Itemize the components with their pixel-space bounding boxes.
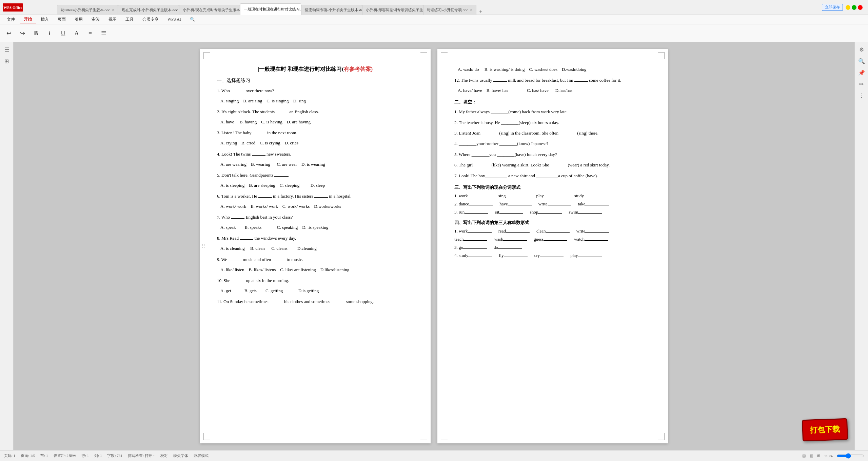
align-center-icon: ☰ (101, 30, 106, 36)
section3-title: 三、写出下列动词的现在分词形式 (454, 184, 651, 191)
q9: 9. We music and often to music. (217, 256, 414, 263)
ribbon-tab-vip[interactable]: 会员专享 (138, 16, 163, 23)
q11-options: A. wash/ do B. is washing/ is doing C. w… (454, 66, 651, 73)
status-row: 行: 1 (81, 453, 89, 458)
r-corner-br (658, 433, 665, 440)
ribbon-tab-start[interactable]: 开始 (20, 16, 36, 23)
ribbon-tab-ref[interactable]: 引用 (71, 16, 87, 23)
status-proofread[interactable]: 校对 (160, 453, 168, 458)
corner-tr (420, 52, 427, 59)
section4-title: 四、写出下列动词的第三人称单数形式 (454, 220, 651, 226)
page-drag-handle: ⠿ (201, 243, 205, 249)
q12-options: A. have/ have B. have/ has C. has/ have … (454, 87, 651, 94)
tab-4[interactable]: 一般现在时和现在进行时对比练习.doc ✕ (240, 3, 301, 15)
participle-study: study (574, 193, 608, 199)
third-row3: 3. go do (454, 245, 651, 250)
tab-7-close[interactable]: ✕ (470, 8, 473, 12)
sidebar-right-3[interactable]: 📌 (857, 68, 866, 77)
view-normal-icon[interactable]: ▤ (802, 454, 806, 458)
bold-button[interactable]: B (30, 29, 42, 37)
sidebar-right-1[interactable]: ⚙ (857, 45, 866, 54)
undo-icon: ↩ (6, 30, 12, 36)
third-read: read (498, 228, 530, 234)
ribbon-tab-page[interactable]: 页面 (54, 16, 70, 23)
q6: 6. Tom is a worker. He in a factory. His… (217, 193, 414, 200)
minimize-button[interactable] (846, 5, 850, 10)
fill-q3: 3. Listen! Joan ________(sing) in the cl… (454, 129, 651, 137)
tab-7[interactable]: 对话练习-小升初专项.doc ✕ (423, 5, 476, 15)
italic-button[interactable]: I (43, 29, 56, 37)
write-label: write (538, 201, 548, 206)
sidebar-thumbnail-icon[interactable]: ⊞ (2, 56, 12, 66)
tabs-bar: 访unless小升初尖子生版本.doc ✕ 现在完成时-小升初尖子生版本.doc… (57, 0, 822, 15)
participle-row3: 3. run sit shop swim (454, 209, 651, 215)
maximize-button[interactable] (852, 5, 856, 10)
participle-row1: 1. work sing play study (454, 193, 651, 199)
topbar-right: 立即保存 (822, 4, 865, 11)
q1-options: A. singing B. are sing C. is singing D. … (217, 97, 414, 105)
q10-options: A. get B. gets C. getting D.is getting (217, 287, 414, 295)
status-total: 页面: 1/5 (21, 453, 35, 458)
app-branding: WPS Office (3, 3, 57, 12)
corner-tl (203, 52, 210, 59)
q2-options: A. have B. having C. is having D. are ha… (217, 118, 414, 126)
view-read-icon[interactable]: ▥ (810, 454, 813, 458)
right-sidebar: ⚙ 🔍 📌 ✏ ⋮ (854, 42, 868, 450)
tab-6[interactable]: 小升初-形容词副词专项训练尖子生版 ✕ (362, 5, 423, 15)
section2-title: 二、填空： (454, 99, 651, 105)
tab-3[interactable]: 小升初-现在完成时专项尖子生版本.doc ✕ (179, 5, 240, 15)
tab-1-close[interactable]: ✕ (112, 8, 115, 12)
immediate-save-button[interactable]: 立即保存 (822, 4, 843, 11)
ribbon-tab-tools[interactable]: 工具 (121, 16, 138, 23)
tab-5[interactable]: 情态动词专项-小升初尖子生版本.doc ✕ (301, 5, 362, 15)
third-do: do (494, 245, 522, 250)
q10: 10. She up at six in the morning. (217, 277, 414, 284)
status-font-missing: 缺失字体 (173, 453, 188, 458)
fill-q2: 2. The teacher is busy. He ________(slee… (454, 119, 651, 126)
fill-q4: 4. ________your brother ________(know) J… (454, 140, 651, 147)
download-badge[interactable]: 打包下载 (802, 418, 848, 442)
zoom-slider[interactable] (837, 453, 864, 459)
align-center-button[interactable]: ☰ (98, 29, 110, 37)
sidebar-nav-icon[interactable]: ☰ (2, 45, 12, 54)
q10-she: She (224, 278, 231, 283)
tab-1[interactable]: 访unless小升初尖子生版本.doc ✕ (57, 5, 118, 15)
window-controls (846, 5, 863, 10)
font-color-button[interactable]: A (71, 29, 83, 37)
participle-run: 3. run (454, 209, 488, 215)
sidebar-right-2[interactable]: 🔍 (857, 56, 866, 66)
ribbon-tab-ai[interactable]: WPS AI (163, 16, 185, 23)
new-tab-button[interactable]: + (476, 9, 485, 15)
wps-logo: WPS Office (3, 3, 23, 12)
tab-2[interactable]: 现在完成时-小升初尖子生版本.doc ✕ (118, 5, 179, 15)
redo-button[interactable]: ↪ (16, 29, 28, 37)
italic-icon: I (48, 30, 51, 36)
q5-options: A. is sleeping B. are sleeping C. sleepi… (217, 182, 414, 189)
bold-icon: B (34, 30, 38, 36)
teach-label: teach (454, 237, 463, 242)
corner-bl (203, 433, 210, 440)
undo-button[interactable]: ↩ (3, 29, 15, 37)
ribbon-tab-search[interactable]: 🔍 (186, 16, 199, 23)
sidebar-right-4[interactable]: ✏ (857, 79, 866, 89)
close-button[interactable] (858, 5, 863, 10)
participle-swim: swim (569, 209, 602, 215)
section1-title: 一、选择题练习 (217, 78, 414, 84)
third-play: play (570, 253, 601, 258)
participle-sit: sit (495, 209, 523, 215)
ribbon-tab-view[interactable]: 视图 (104, 16, 121, 23)
ribbon-tab-insert[interactable]: 插入 (37, 16, 53, 23)
ribbon-tab-review[interactable]: 审阅 (87, 16, 104, 23)
third-row2: teach wash guess watch (454, 237, 651, 242)
sidebar-right-5[interactable]: ⋮ (857, 91, 866, 100)
third-clean: clean (536, 228, 569, 234)
ribbon-tab-file[interactable]: 文件 (3, 16, 19, 23)
align-left-button[interactable]: ≡ (84, 29, 96, 37)
q5: 5. Don't talk here. Grandparents . (217, 172, 414, 179)
underline-button[interactable]: U (57, 29, 69, 37)
main-area: ☰ ⊞ ⠿ |一般现在时 和现在进行时对比练习(有参考答案) 一、选择题练习 1… (0, 42, 868, 450)
status-bar: 页码: 1 页面: 1/5 节: 1 设置距: 2厘米 行: 1 列: 1 字数… (0, 450, 868, 461)
participle-shop: shop (530, 209, 562, 215)
participle-write: write (538, 201, 571, 207)
view-web-icon[interactable]: ⊞ (817, 454, 820, 458)
